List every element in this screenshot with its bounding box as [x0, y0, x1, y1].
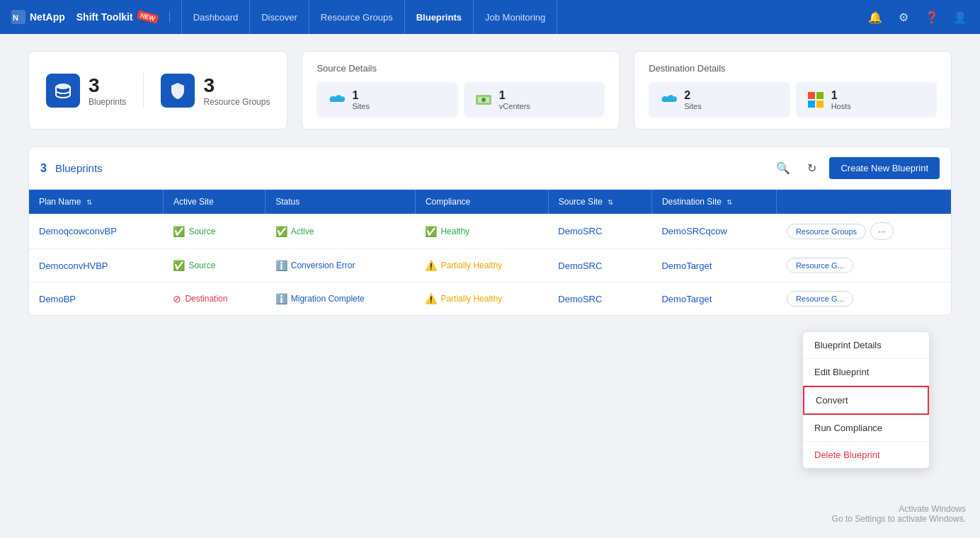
main-stats-card: 3 Blueprints 3 Resource Groups: [28, 51, 287, 130]
destination-details-card: Destination Details 2 Sites: [634, 51, 952, 130]
resource-groups-button[interactable]: Resource G...: [787, 291, 853, 307]
user-icon[interactable]: 👤: [952, 8, 969, 25]
status-icon: ✅: [275, 226, 287, 237]
source-site-link[interactable]: DemoSRC: [558, 294, 602, 304]
status-badge: ℹ️ Conversion Error: [275, 260, 355, 271]
sort-plan-name-icon: ⇅: [86, 198, 92, 206]
cloud-svg-icon: [327, 92, 346, 108]
compliance-icon: ⚠️: [425, 293, 437, 304]
compliance-text: Partially Healthy: [440, 294, 502, 304]
nav-job-monitoring[interactable]: Job Monitoring: [474, 0, 557, 34]
dropdown-blueprint-details[interactable]: Blueprint Details: [803, 332, 929, 359]
blueprints-table-title: Blueprints: [55, 162, 103, 174]
table-wrapper: Plan Name ⇅ Active Site Status Complianc…: [29, 190, 951, 315]
source-vcenters-label: vCenters: [499, 102, 530, 110]
gear-icon[interactable]: ⚙: [895, 8, 912, 25]
shield-icon: [161, 74, 195, 108]
dest-sites-label: Sites: [684, 102, 701, 110]
nav-blueprints[interactable]: Blueprints: [405, 0, 474, 34]
plan-name-link[interactable]: DemoBP: [39, 294, 76, 304]
dest-sites-text: 2 Sites: [684, 89, 701, 110]
source-site-cell: DemoSRC: [548, 249, 651, 282]
table-row: DemoqcowconvBP ✅ Source ✅ Active: [29, 214, 951, 249]
bell-icon[interactable]: 🔔: [867, 8, 884, 25]
dest-hosts-item: 1 Hosts: [796, 82, 937, 118]
question-icon[interactable]: ❓: [923, 8, 940, 25]
resource-groups-button[interactable]: Resource Groups: [787, 224, 866, 239]
compliance-text: Healthy: [440, 227, 469, 236]
more-actions-button[interactable]: ···: [870, 222, 894, 240]
status-text: Conversion Error: [291, 261, 355, 270]
source-sites-text: 1 Sites: [352, 89, 369, 110]
ms-svg-icon: [807, 91, 825, 109]
database-icon: [53, 81, 73, 101]
dropdown-run-compliance[interactable]: Run Compliance: [803, 415, 929, 442]
row-actions-cell: Resource G...: [777, 249, 951, 282]
nav-resource-groups[interactable]: Resource Groups: [309, 0, 405, 34]
source-details-title: Source Details: [317, 63, 605, 74]
resource-groups-stat-text: 3 Resource Groups: [203, 74, 270, 107]
col-plan-name: Plan Name ⇅: [29, 190, 163, 214]
plan-name-cell: DemoconvHVBP: [29, 249, 163, 282]
col-active-site: Active Site: [163, 190, 265, 214]
blueprints-count: 3: [89, 74, 126, 97]
col-compliance: Compliance: [415, 190, 548, 214]
compliance-badge: ✅ Healthy: [425, 226, 469, 237]
dropdown-convert[interactable]: Convert: [803, 386, 929, 415]
blueprints-icon: [46, 74, 80, 108]
brand: N NetApp: [11, 10, 65, 24]
status-icon: ℹ️: [275, 293, 287, 304]
active-site-badge: ✅ Source: [173, 226, 215, 237]
row-actions: Resource G...: [787, 291, 941, 307]
active-site-icon: ⊘: [173, 293, 181, 304]
table-row: DemoconvHVBP ✅ Source ℹ️ Conversion Err: [29, 249, 951, 282]
resource-groups-button[interactable]: Resource G...: [787, 258, 853, 273]
vcenter-svg-icon: [474, 91, 493, 109]
status-icon: ℹ️: [275, 260, 287, 271]
source-site-link[interactable]: DemoSRC: [558, 226, 602, 236]
nav-discover[interactable]: Discover: [250, 0, 309, 34]
dest-hosts-count: 1: [831, 89, 851, 102]
table-header-row: Plan Name ⇅ Active Site Status Complianc…: [29, 190, 951, 214]
search-button[interactable]: 🔍: [773, 158, 794, 179]
active-site-text: Destination: [185, 294, 227, 304]
plan-name-cell: DemoBP: [29, 282, 163, 316]
nav-dashboard[interactable]: Dashboard: [181, 0, 251, 34]
dropdown-delete-blueprint[interactable]: Delete Blueprint: [803, 442, 929, 468]
svg-rect-7: [816, 92, 824, 99]
dest-cloud-svg-icon: [659, 92, 678, 108]
plan-name-link[interactable]: DemoqcowconvBP: [39, 226, 117, 236]
dest-hosts-text: 1 Hosts: [831, 89, 851, 110]
dest-cloud-icon: [659, 90, 678, 110]
navbar-icons: 🔔 ⚙ ❓ 👤: [867, 8, 969, 25]
source-details-card: Source Details 1 Sites: [302, 51, 620, 130]
source-sites-item: 1 Sites: [317, 82, 457, 118]
dest-site-cell: DemoSRCqcow: [651, 214, 776, 249]
source-site-cell: DemoSRC: [548, 214, 651, 249]
ms-icon: [806, 90, 826, 110]
dest-site-link[interactable]: DemoTarget: [661, 261, 712, 271]
create-blueprint-button[interactable]: Create New Blueprint: [829, 157, 940, 179]
compliance-icon: ⚠️: [425, 260, 437, 271]
dest-site-link[interactable]: DemoTarget: [661, 294, 712, 304]
stat-divider: [143, 73, 144, 108]
refresh-button[interactable]: ↻: [801, 158, 822, 179]
status-badge: ✅ Active: [275, 226, 314, 237]
col-status: Status: [266, 190, 416, 214]
active-site-icon: ✅: [173, 260, 185, 271]
source-vcenters-item: 1 vCenters: [464, 82, 605, 118]
blueprints-section: 3 Blueprints 🔍 ↻ Create New Blueprint Pl…: [28, 147, 952, 316]
dropdown-menu: Blueprint Details Edit Blueprint Convert…: [802, 331, 930, 469]
status-cell: ✅ Active: [266, 214, 416, 249]
table-row: DemoBP ⊘ Destination ℹ️ Migration Compl: [29, 282, 951, 316]
blueprints-header: 3 Blueprints 🔍 ↻ Create New Blueprint: [29, 147, 951, 190]
dropdown-edit-blueprint[interactable]: Edit Blueprint: [803, 359, 929, 386]
source-site-link[interactable]: DemoSRC: [558, 261, 602, 271]
active-site-cell: ✅ Source: [163, 249, 265, 282]
nav-links: Dashboard Discover Resource Groups Bluep…: [181, 0, 867, 34]
svg-rect-9: [816, 101, 824, 108]
plan-name-link[interactable]: DemoconvHVBP: [39, 261, 108, 271]
vcenter-icon: [474, 90, 494, 110]
dest-site-link[interactable]: DemoSRCqcow: [661, 226, 727, 236]
source-sites-label: Sites: [352, 102, 369, 110]
